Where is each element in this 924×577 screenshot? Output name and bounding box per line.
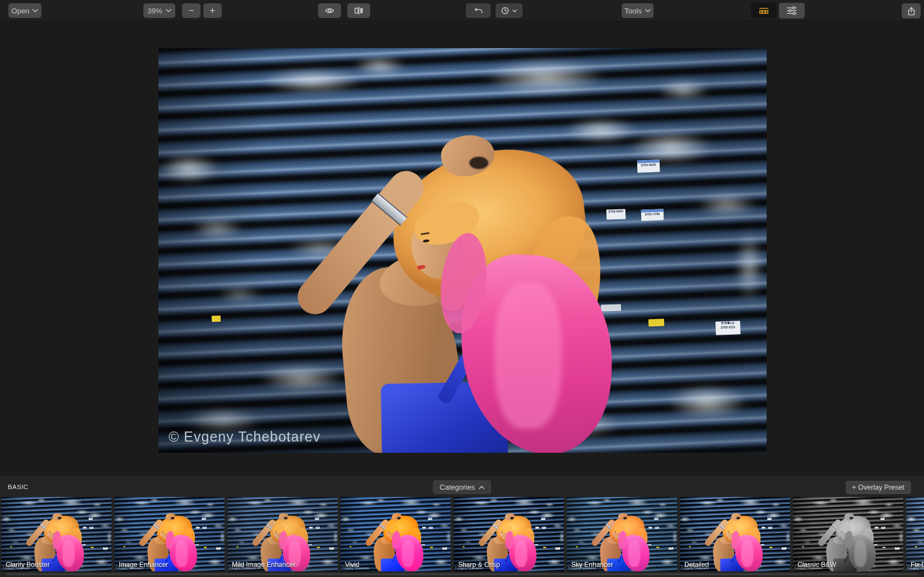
- preset-thumbnail-label: Fix D: [911, 561, 924, 569]
- filmstrip-panel-icon: [759, 7, 769, 15]
- top-toolbar: Open 39% − +: [0, 0, 924, 21]
- pink-hair-highlight: [515, 540, 527, 567]
- preset-strip: 2755-6600 2702-6665 2705-7796 府 衛賓ęvp270…: [0, 497, 924, 571]
- preset-thumbnail-label: Vivid: [345, 561, 360, 569]
- chevron-down-icon: [166, 9, 171, 12]
- overlay-preset-button-label: + Overlay Preset: [852, 484, 904, 491]
- preset-thumbnail[interactable]: 2755-6600 2702-6665 2705-7796 府 衛賓ęvp270…: [340, 497, 451, 571]
- preset-thumbnail-label: Classic B&W: [797, 561, 836, 569]
- compare-button[interactable]: [347, 3, 370, 18]
- photo-watermark: © Evgeny Tchebotarev: [169, 429, 320, 445]
- history-button[interactable]: [496, 3, 522, 18]
- hand-shadow: [58, 517, 61, 519]
- preset-thumbnail-label: Image Enhancer: [119, 561, 168, 569]
- silver-watch: [40, 524, 46, 530]
- minus-icon: −: [189, 6, 194, 15]
- zoom-level-dropdown[interactable]: 39%: [143, 3, 175, 18]
- tools-button-label: Tools: [624, 7, 641, 15]
- preset-group-label: BASIC: [8, 484, 29, 490]
- hand-shadow: [510, 517, 514, 519]
- presets-panel-toggle[interactable]: [751, 3, 777, 18]
- open-button[interactable]: Open: [8, 3, 41, 18]
- tools-button[interactable]: Tools: [622, 3, 654, 18]
- preset-thumbnail[interactable]: 2755-6600 2702-6665 2705-7796 府 衛賓ęvp270…: [454, 497, 564, 571]
- clock-history-icon: [501, 7, 509, 15]
- preset-thumbnail[interactable]: 2755-6600 2702-6665 2705-7796 府 衛賓ęvp270…: [114, 497, 225, 571]
- zoom-level-value: 39%: [147, 7, 162, 15]
- silver-watch: [379, 524, 386, 530]
- pink-hair-highlight: [62, 540, 74, 567]
- silver-watch: [492, 524, 499, 530]
- chevron-down-icon: [32, 9, 38, 12]
- chevron-up-icon: [479, 486, 484, 489]
- pink-hair-highlight: [402, 540, 414, 567]
- preset-thumbnail-label: Sky Enhancer: [571, 561, 613, 569]
- preset-thumbnail-label: Clarity Booster: [6, 561, 50, 569]
- pink-hair-highlight: [854, 540, 866, 567]
- preset-thumbnail-label: Sharp & Crisp: [458, 561, 500, 569]
- preset-thumbnail[interactable]: 2755-6600 2702-6665 2705-7796 府 衛賓ęvp270…: [227, 497, 338, 571]
- hand-shadow: [623, 517, 627, 519]
- preset-thumbnail[interactable]: 2755-6600 2702-6665 2705-7796 府 衛賓ęvp270…: [793, 497, 903, 571]
- silver-watch: [832, 524, 838, 530]
- hand-shadow: [850, 517, 853, 519]
- adjustments-panel-toggle[interactable]: [779, 3, 805, 18]
- hand-shadow: [736, 517, 740, 519]
- eye-icon: [325, 7, 334, 14]
- hand-shadow: [397, 517, 400, 519]
- categories-dropdown-button[interactable]: Categories: [433, 480, 491, 494]
- open-button-label: Open: [12, 7, 30, 15]
- silver-watch: [153, 524, 160, 530]
- silver-watch: [371, 193, 408, 226]
- silver-watch: [266, 524, 273, 530]
- presets-panel: BASIC Categories + Overlay Preset 2755-6…: [0, 476, 924, 577]
- pink-hair-highlight: [741, 540, 753, 567]
- pink-hair-highlight: [494, 283, 562, 429]
- photo-scene: 2755-6600 2702-6665 2705-7796 府 衛賓ęvp270…: [158, 48, 767, 453]
- plus-icon: +: [210, 6, 215, 15]
- export-button[interactable]: [902, 3, 921, 18]
- photo-editor-window: Open 39% − +: [0, 0, 924, 577]
- sliders-icon: [787, 6, 797, 15]
- silver-watch: [605, 524, 612, 530]
- preset-thumbnail-label: Detailed: [684, 561, 709, 569]
- chevron-down-icon: [645, 9, 651, 12]
- silver-watch: [718, 524, 725, 530]
- filmstrip-scrollbar[interactable]: [6, 573, 918, 575]
- chevron-down-icon: [512, 10, 517, 12]
- preset-thumbnail[interactable]: 2755-6600 2702-6665 2705-7796 府 衛賓ęvp270…: [906, 497, 924, 571]
- pink-hair-highlight: [628, 540, 640, 567]
- zoom-in-button[interactable]: +: [203, 3, 222, 18]
- undo-button[interactable]: [466, 3, 491, 18]
- add-overlay-preset-button[interactable]: + Overlay Preset: [846, 481, 911, 494]
- main-photo: 2755-6600 2702-6665 2705-7796 府 衛賓ęvp270…: [158, 48, 767, 453]
- hand-shadow: [171, 517, 174, 519]
- preset-thumbnail[interactable]: 2755-6600 2702-6665 2705-7796 府 衛賓ęvp270…: [1, 497, 111, 571]
- preset-thumbnail-label: Mild Image Enhancer: [232, 561, 295, 569]
- share-export-icon: [907, 7, 916, 16]
- editor-canvas: 2755-6600 2702-6665 2705-7796 府 衛賓ęvp270…: [0, 21, 924, 476]
- zoom-out-button[interactable]: −: [182, 3, 200, 18]
- pink-hair-highlight: [175, 540, 188, 567]
- preset-thumbnail[interactable]: 2755-6600 2702-6665 2705-7796 府 衛賓ęvp270…: [567, 497, 677, 571]
- hand-shadow: [469, 157, 488, 169]
- subject-figure: [158, 48, 767, 453]
- categories-button-label: Categories: [440, 483, 475, 491]
- before-after-split-icon: [354, 7, 363, 15]
- preset-thumbnail[interactable]: 2755-6600 2702-6665 2705-7796 府 衛賓ęvp270…: [680, 497, 790, 571]
- undo-arrow-icon: [474, 7, 483, 14]
- preview-toggle-button[interactable]: [318, 3, 341, 18]
- hand-shadow: [284, 517, 287, 519]
